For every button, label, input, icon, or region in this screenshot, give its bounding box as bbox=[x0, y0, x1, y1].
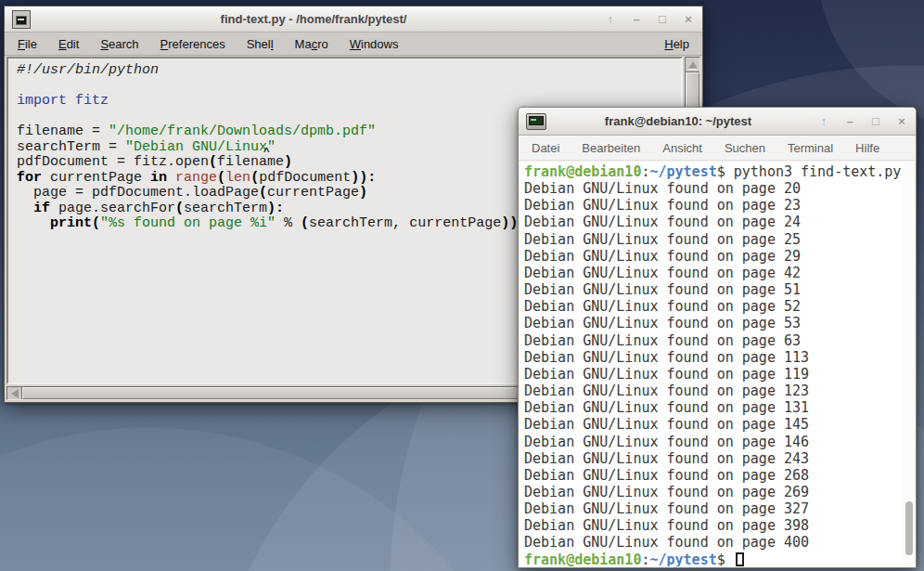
terminal-app-icon bbox=[526, 113, 546, 130]
terminal-menu-item-suchen[interactable]: Suchen bbox=[725, 141, 765, 155]
scroll-up-button[interactable] bbox=[686, 58, 699, 72]
arrow-up-icon bbox=[688, 61, 698, 69]
terminal-output-line: Debian GNU/Linux found on page 52 bbox=[524, 298, 903, 315]
terminal-output-line: Debian GNU/Linux found on page 23 bbox=[524, 197, 903, 214]
terminal-output-line: Debian GNU/Linux found on page 20 bbox=[524, 180, 903, 197]
terminal-command-line: frank@debian10:~/pytest$ python3 find-te… bbox=[524, 163, 903, 180]
editor-menu-item-help[interactable]: Help bbox=[664, 37, 689, 51]
editor-window-title: find-text.py - /home/frank/pytest/ bbox=[31, 12, 597, 26]
terminal-menu-item-ansicht[interactable]: Ansicht bbox=[662, 141, 702, 155]
editor-close-button[interactable]: × bbox=[682, 13, 695, 25]
terminal-output-line: Debian GNU/Linux found on page 42 bbox=[524, 265, 903, 281]
code-line: #!/usr/bin/python bbox=[17, 63, 681, 79]
editor-maximize-button[interactable]: □ bbox=[656, 13, 669, 25]
terminal-command: python3 find-text.py bbox=[725, 163, 902, 180]
terminal-menu-item-bearbeiten[interactable]: Bearbeiten bbox=[582, 141, 640, 155]
terminal-output-line: Debian GNU/Linux found on page 243 bbox=[524, 450, 903, 467]
terminal-output-line: Debian GNU/Linux found on page 146 bbox=[524, 434, 903, 450]
terminal-window: frank@debian10: ~/pytest ↑–□× DateiBearb… bbox=[518, 107, 917, 568]
editor-menu-item-macro[interactable]: Macro bbox=[295, 37, 328, 51]
terminal-menu-item-datei[interactable]: Datei bbox=[532, 141, 559, 155]
editor-menu-item-edit[interactable]: Edit bbox=[58, 37, 79, 51]
editor-menu-item-shell[interactable]: Shell bbox=[247, 37, 274, 51]
terminal-menu-bar: DateiBearbeitenAnsichtSuchenTerminalHilf… bbox=[519, 136, 916, 161]
terminal-output-line: Debian GNU/Linux found on page 327 bbox=[524, 500, 903, 517]
terminal-output-line: Debian GNU/Linux found on page 123 bbox=[524, 383, 903, 399]
terminal-menu-item-hilfe[interactable]: Hilfe bbox=[855, 141, 879, 155]
terminal-close-button[interactable]: × bbox=[895, 115, 908, 127]
terminal-body-wrap: frank@debian10:~/pytest$ python3 find-te… bbox=[520, 162, 915, 566]
terminal-prompt-line: frank@debian10:~/pytest$ bbox=[524, 552, 903, 566]
terminal-title-bar[interactable]: frank@debian10: ~/pytest ↑–□× bbox=[519, 108, 916, 136]
terminal-output-line: Debian GNU/Linux found on page 398 bbox=[524, 517, 903, 534]
editor-menu-bar: FileEditSearchPreferencesShellMacroWindo… bbox=[5, 32, 702, 56]
terminal-output-line: Debian GNU/Linux found on page 269 bbox=[524, 484, 903, 500]
editor-minimize-button[interactable]: – bbox=[630, 13, 643, 25]
terminal-maximize-button[interactable]: □ bbox=[869, 115, 882, 127]
terminal-output-line: Debian GNU/Linux found on page 268 bbox=[524, 467, 903, 484]
terminal-output-line: Debian GNU/Linux found on page 63 bbox=[524, 332, 903, 349]
terminal-roll-up-button[interactable]: ↑ bbox=[817, 115, 830, 127]
editor-menu-item-file[interactable]: File bbox=[18, 37, 37, 51]
code-line bbox=[17, 79, 681, 95]
terminal-window-controls: ↑–□× bbox=[817, 115, 908, 127]
terminal-output-line: Debian GNU/Linux found on page 145 bbox=[524, 416, 903, 433]
arrow-left-icon bbox=[11, 389, 19, 398]
terminal-output-line: Debian GNU/Linux found on page 113 bbox=[524, 349, 903, 366]
terminal-body[interactable]: frank@debian10:~/pytest$ python3 find-te… bbox=[520, 162, 903, 566]
terminal-window-title: frank@debian10: ~/pytest bbox=[546, 114, 810, 128]
prompt-path: ~/pytest bbox=[649, 163, 716, 180]
editor-title-bar[interactable]: find-text.py - /home/frank/pytest/ ↑–□× bbox=[5, 6, 702, 32]
prompt-user-host: frank@debian10 bbox=[524, 163, 641, 180]
editor-window-controls: ↑–□× bbox=[604, 13, 695, 25]
terminal-output-line: Debian GNU/Linux found on page 29 bbox=[524, 248, 903, 265]
nedit-app-icon bbox=[12, 10, 31, 29]
scroll-left-button[interactable] bbox=[7, 387, 22, 399]
terminal-output-line: Debian GNU/Linux found on page 119 bbox=[524, 366, 903, 383]
terminal-cursor bbox=[736, 552, 744, 566]
terminal-minimize-button[interactable]: – bbox=[843, 115, 856, 127]
terminal-vscroll-thumb[interactable] bbox=[905, 501, 913, 555]
editor-menu-item-search[interactable]: Search bbox=[100, 37, 138, 51]
terminal-vscrollbar[interactable] bbox=[903, 162, 915, 566]
terminal-output-line: Debian GNU/Linux found on page 51 bbox=[524, 281, 903, 298]
editor-menu-item-preferences[interactable]: Preferences bbox=[160, 37, 225, 51]
desktop: find-text.py - /home/frank/pytest/ ↑–□× … bbox=[0, 0, 924, 571]
editor-roll-up-button[interactable]: ↑ bbox=[604, 13, 617, 25]
terminal-output-line: Debian GNU/Linux found on page 400 bbox=[524, 534, 903, 551]
terminal-menu-item-terminal[interactable]: Terminal bbox=[788, 141, 833, 155]
editor-menu-item-windows[interactable]: Windows bbox=[350, 37, 399, 51]
terminal-output-line: Debian GNU/Linux found on page 131 bbox=[524, 399, 903, 416]
terminal-output-line: Debian GNU/Linux found on page 53 bbox=[524, 315, 903, 331]
terminal-output-line: Debian GNU/Linux found on page 25 bbox=[524, 231, 903, 248]
prompt-user-host: frank@debian10 bbox=[524, 552, 641, 566]
terminal-output-line: Debian GNU/Linux found on page 24 bbox=[524, 214, 903, 230]
prompt-path: ~/pytest bbox=[649, 552, 716, 566]
